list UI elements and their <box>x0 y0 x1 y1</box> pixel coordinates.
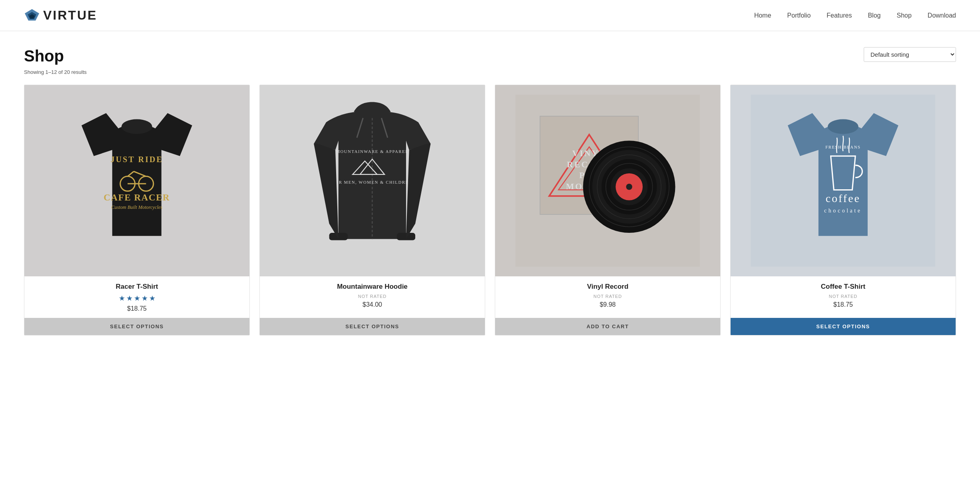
page-title: Shop <box>24 47 64 65</box>
product-price: $9.98 <box>500 301 715 308</box>
svg-text:chocolate: chocolate <box>824 208 862 214</box>
product-rating: ★ ★ ★ ★ ★ <box>29 294 245 303</box>
nav-blog[interactable]: Blog <box>868 12 880 19</box>
product-image-vinyl: VINYL RECORD PSD MOCKUP <box>495 85 720 276</box>
svg-point-41 <box>828 119 858 134</box>
star-4: ★ <box>141 294 148 303</box>
main-nav: Home Portfolio Features Blog Shop Downlo… <box>754 12 956 19</box>
product-name: Mountainware Hoodie <box>265 283 480 291</box>
star-3: ★ <box>134 294 140 303</box>
product-image-racer-tshirt: JUST RIDE CAFE RACER Custom Built Motorc… <box>24 85 249 276</box>
svg-rect-22 <box>397 233 415 240</box>
not-rated-label: NOT RATED <box>265 294 480 299</box>
product-card-vinyl-record: VINYL RECORD PSD MOCKUP <box>495 85 721 335</box>
product-name: Racer T-Shirt <box>29 283 245 291</box>
product-card-racer-tshirt: JUST RIDE CAFE RACER Custom Built Motorc… <box>24 85 250 335</box>
product-name: Vinyl Record <box>500 283 715 291</box>
svg-text:JUST RIDE: JUST RIDE <box>111 155 163 164</box>
product-price: $34.00 <box>265 301 480 308</box>
select-options-button-coffee[interactable]: SELECT OPTIONS <box>731 318 956 335</box>
svg-text:coffee: coffee <box>826 192 860 204</box>
logo-link[interactable]: VIRTUE <box>24 8 97 23</box>
product-image-hoodie: MOUNTAINWARE & APPAREL FOR MEN, WOMEN & … <box>260 85 485 276</box>
product-info-racer-tshirt: Racer T-Shirt ★ ★ ★ ★ ★ $18.75 <box>24 276 249 318</box>
svg-point-4 <box>122 119 152 134</box>
nav-shop[interactable]: Shop <box>896 12 911 19</box>
star-5: ★ <box>149 294 155 303</box>
sort-select[interactable]: Default sorting Sort by popularity Sort … <box>864 47 956 62</box>
nav-portfolio[interactable]: Portfolio <box>787 12 811 19</box>
svg-rect-21 <box>329 233 348 240</box>
add-to-cart-button-vinyl[interactable]: ADD TO CART <box>495 318 720 335</box>
results-count: Showing 1–12 of 20 results <box>24 69 956 75</box>
not-rated-label: NOT RATED <box>735 294 951 299</box>
logo-text: VIRTUE <box>43 8 97 23</box>
svg-text:Custom Built Motorcycles: Custom Built Motorcycles <box>112 204 163 210</box>
product-price: $18.75 <box>29 305 245 312</box>
product-name: Coffee T-Shirt <box>735 283 951 291</box>
main-content: Shop Default sorting Sort by popularity … <box>0 31 980 351</box>
nav-features[interactable]: Features <box>827 12 852 19</box>
product-info-coffee-tshirt: Coffee T-Shirt NOT RATED $18.75 <box>731 276 956 314</box>
select-options-button-hoodie[interactable]: SELECT OPTIONS <box>260 318 485 335</box>
not-rated-label: NOT RATED <box>500 294 715 299</box>
product-info-vinyl: Vinyl Record NOT RATED $9.98 <box>495 276 720 314</box>
shop-header: Shop Default sorting Sort by popularity … <box>24 47 956 65</box>
site-header: VIRTUE Home Portfolio Features Blog Shop… <box>0 0 980 31</box>
svg-text:FOR MEN, WOMEN & CHILDREN: FOR MEN, WOMEN & CHILDREN <box>332 180 412 184</box>
star-1: ★ <box>119 294 125 303</box>
svg-text:CAFE RACER: CAFE RACER <box>104 192 170 202</box>
product-image-coffee-tshirt: coffee chocolate FRESH BEANS <box>731 85 956 276</box>
star-2: ★ <box>126 294 133 303</box>
svg-text:FRESH BEANS: FRESH BEANS <box>825 145 860 149</box>
svg-text:MOUNTAINWARE & APPAREL: MOUNTAINWARE & APPAREL <box>336 149 409 154</box>
product-price: $18.75 <box>735 301 951 308</box>
nav-download[interactable]: Download <box>928 12 956 19</box>
product-grid: JUST RIDE CAFE RACER Custom Built Motorc… <box>24 85 956 335</box>
product-info-hoodie: Mountainware Hoodie NOT RATED $34.00 <box>260 276 485 314</box>
select-options-button-racer[interactable]: SELECT OPTIONS <box>24 318 249 335</box>
product-card-coffee-tshirt: coffee chocolate FRESH BEANS Coffee T-Sh… <box>730 85 956 335</box>
product-card-mountainware-hoodie: MOUNTAINWARE & APPAREL FOR MEN, WOMEN & … <box>259 85 485 335</box>
nav-home[interactable]: Home <box>754 12 771 19</box>
logo-icon <box>24 8 40 23</box>
svg-point-36 <box>626 184 632 190</box>
